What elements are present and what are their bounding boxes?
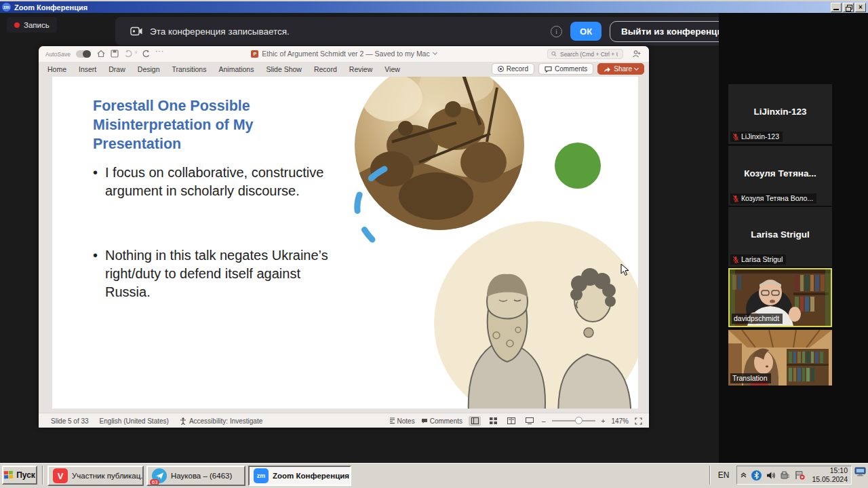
powerpoint-doc-icon: P <box>251 50 258 58</box>
recording-banner: Эта конференция записывается. i ОК Выйти… <box>115 17 749 45</box>
tab-animations[interactable]: Animations <box>212 65 260 73</box>
search-field[interactable] <box>547 49 623 59</box>
taskbar-clock[interactable]: 15:10 15.05.2024 <box>812 466 848 484</box>
comments-toggle[interactable]: Comments <box>421 417 462 425</box>
save-icon[interactable] <box>111 50 119 58</box>
participant-tile[interactable]: Козуля Тетяна... Козуля Тетяна Воло... <box>728 146 832 206</box>
home-icon[interactable] <box>97 50 105 58</box>
language-indicator[interactable]: EN <box>713 466 734 485</box>
participant-name-chip: Козуля Тетяна Воло... <box>730 193 816 204</box>
zoom-slider[interactable] <box>552 420 595 421</box>
document-title: P Ethic of Argument Schmidt ver 2 — Save… <box>201 50 486 58</box>
tab-draw[interactable]: Draw <box>102 65 132 73</box>
participant-name-chip: davidpschmidt <box>732 314 783 324</box>
restore-button[interactable] <box>843 3 854 12</box>
participant-tile[interactable]: LiJinxin-123 LiJinxin-123 <box>728 84 832 144</box>
tab-design[interactable]: Design <box>132 65 166 73</box>
mic-muted-icon <box>732 133 739 140</box>
bullet-dot: • <box>93 164 105 200</box>
participant-tile[interactable]: Larisa Strigul Larisa Strigul <box>728 207 832 267</box>
chevron-down-icon[interactable] <box>433 50 437 55</box>
redo-icon[interactable] <box>142 50 151 58</box>
search-input[interactable] <box>559 50 619 58</box>
share-person-icon[interactable] <box>632 50 641 58</box>
recording-dot-icon <box>14 22 20 28</box>
accessibility-icon <box>180 417 186 425</box>
autosave-toggle[interactable] <box>76 50 91 58</box>
notes-toggle[interactable]: Notes <box>389 417 415 425</box>
fit-to-window-icon[interactable] <box>635 417 642 425</box>
volume-icon[interactable] <box>766 471 776 480</box>
taskbar-divider <box>42 466 43 485</box>
recording-indicator: Запись <box>7 17 57 33</box>
participant-name-chip: Translation <box>730 373 771 383</box>
tab-record[interactable]: Record <box>308 65 343 73</box>
tab-view[interactable]: View <box>378 65 406 73</box>
mic-muted-icon <box>732 195 739 202</box>
slide-bullet-2: • Nothing in this talk negates Ukraine’s… <box>93 246 332 301</box>
accessibility-status[interactable]: Accessibility: Investigate <box>189 417 262 425</box>
safely-remove-hardware-icon[interactable] <box>781 471 790 480</box>
banner-text: Эта конференция записывается. <box>150 26 290 37</box>
close-button[interactable]: × <box>855 3 866 12</box>
show-hidden-icons-chevron[interactable] <box>741 472 747 478</box>
action-center-flag-icon[interactable] <box>795 470 805 480</box>
zoom-in-button[interactable]: + <box>601 417 606 425</box>
green-circle-shape <box>555 143 601 189</box>
zoom-app-icon: zm <box>2 3 11 12</box>
classical-figures-image <box>434 221 638 409</box>
bluetooth-icon[interactable] <box>751 470 762 481</box>
undo-dropdown-icon[interactable]: ∨ <box>134 50 138 55</box>
search-icon <box>551 51 557 57</box>
comments-button[interactable]: Comments <box>538 63 593 75</box>
taskbar-app-vivaldi[interactable]: V Участник публикац... <box>47 466 144 486</box>
share-arrow-icon <box>604 66 611 73</box>
more-commands-icon[interactable]: ··· <box>155 48 164 55</box>
zoom-level[interactable]: 147% <box>611 417 629 425</box>
participants-panel: LiJinxin-123 LiJinxin-123 Козуля Тетяна.… <box>719 13 868 463</box>
record-button[interactable]: Record <box>492 63 534 75</box>
share-button[interactable]: Share <box>597 63 644 75</box>
vivaldi-icon: V <box>53 468 68 483</box>
tab-review[interactable]: Review <box>343 65 378 73</box>
unread-badge: 63 <box>150 479 159 485</box>
slide-canvas[interactable]: Forestall One Possible Misinterpretation… <box>52 77 638 409</box>
telegram-icon: 63 <box>152 468 167 483</box>
slide-title: Forestall One Possible Misinterpretation… <box>93 97 262 154</box>
chevron-down-icon <box>634 65 639 70</box>
slide-bullet-1: • I focus on collaborative, constructive… <box>93 164 332 200</box>
system-tray: 15:10 15.05.2024 <box>736 466 852 485</box>
mouse-cursor <box>620 263 629 276</box>
participant-name-chip: Larisa Strigul <box>730 255 786 265</box>
undo-icon[interactable] <box>124 50 133 58</box>
powerpoint-titlebar: AutoSave ∨ ··· P Ethic of Argument Schm <box>39 46 649 62</box>
tab-transitions[interactable]: Transitions <box>165 65 212 73</box>
show-desktop-icon[interactable] <box>854 467 866 476</box>
info-icon[interactable]: i <box>551 26 562 37</box>
notes-icon <box>389 417 395 424</box>
normal-view-button[interactable] <box>469 416 481 426</box>
language-setting[interactable]: English (United States) <box>100 417 169 425</box>
start-button[interactable]: Пуск <box>2 466 37 485</box>
taskbar-app-telegram[interactable]: 63 Наукова – (6463) <box>146 466 245 486</box>
mic-muted-icon <box>732 256 739 263</box>
comment-bubble-icon <box>545 66 552 73</box>
ok-button[interactable]: ОК <box>570 22 601 41</box>
taskbar-app-zoom[interactable]: zm Zoom Конференция <box>248 466 351 486</box>
tab-home[interactable]: Home <box>41 65 73 73</box>
reading-view-button[interactable] <box>505 416 517 426</box>
slide-counter: Slide 5 of 33 <box>51 417 89 425</box>
slideshow-view-button[interactable] <box>524 416 536 426</box>
zoom-slider-knob[interactable] <box>575 417 583 424</box>
tab-insert[interactable]: Insert <box>73 65 102 73</box>
slide-sorter-view-button[interactable] <box>487 416 499 426</box>
powerpoint-statusbar: Slide 5 of 33 English (United States) Ac… <box>39 413 649 428</box>
zoom-out-button[interactable]: – <box>542 417 546 425</box>
tab-slide-show[interactable]: Slide Show <box>260 65 308 73</box>
minimize-button[interactable] <box>831 3 842 12</box>
autosave-label: AutoSave <box>45 51 71 58</box>
blue-dashed-arc <box>337 164 425 248</box>
participant-video-active-speaker[interactable]: davidpschmidt <box>728 268 832 327</box>
participant-video[interactable]: Translation <box>728 330 832 386</box>
camera-record-icon <box>130 26 143 36</box>
